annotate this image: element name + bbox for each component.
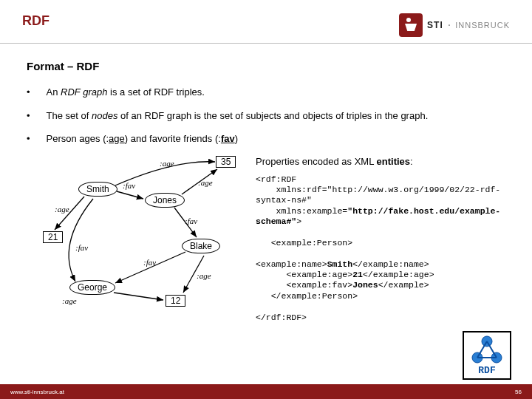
edge-label: :age [55, 205, 69, 214]
footer-url: www.sti-innsbruck.at [10, 389, 64, 395]
bullet-list: • An RDF graph is a set of RDF triples. … [27, 86, 505, 146]
node-35: 35 [216, 156, 236, 168]
node-george: George [69, 280, 115, 295]
edge-label: :fav [143, 258, 156, 267]
rdf-badge-icon: RDF [463, 331, 511, 380]
rdf-badge-label: RDF [478, 365, 495, 376]
brand: STI · INNSBRUCK [399, 13, 510, 37]
svg-line-0 [117, 191, 143, 199]
edge-label: :fav [75, 243, 88, 252]
node-blake: Blake [182, 239, 220, 253]
edge-label: :fav [123, 181, 135, 190]
footer: www.sti-innsbruck.at 56 [0, 384, 532, 399]
edge-label: :age [197, 271, 211, 280]
edge-label: :fav [185, 216, 197, 225]
section-title: Format – RDF [27, 60, 505, 72]
xml-note: Properties encoded as XML entities: [256, 156, 505, 167]
page-number: 56 [515, 389, 522, 395]
brand-sub: INNSBRUCK [455, 21, 510, 30]
edge-label: :age [62, 296, 77, 305]
brand-logo-icon [399, 13, 423, 37]
node-12: 12 [166, 295, 185, 307]
brand-name: STI [427, 20, 443, 30]
edge-label: :age [198, 178, 213, 187]
list-item: • Person ages (:age) and favorite friend… [27, 132, 505, 146]
code-block: <rdf:RDF xmlns:rdf="http://www.w3.org/19… [256, 174, 505, 323]
node-21: 21 [43, 231, 63, 243]
rdf-graph-diagram: Smith Jones Blake George 35 21 12 :fav :… [27, 156, 248, 311]
svg-line-4 [115, 252, 185, 283]
edge-label: :age [160, 159, 174, 168]
list-item: • An RDF graph is a set of RDF triples. [27, 86, 505, 99]
node-jones: Jones [145, 193, 185, 208]
page-title: RDF [22, 13, 50, 29]
list-item: • The set of nodes of an RDF graph is th… [27, 109, 505, 123]
node-smith: Smith [78, 182, 117, 197]
svg-line-5 [114, 293, 163, 300]
